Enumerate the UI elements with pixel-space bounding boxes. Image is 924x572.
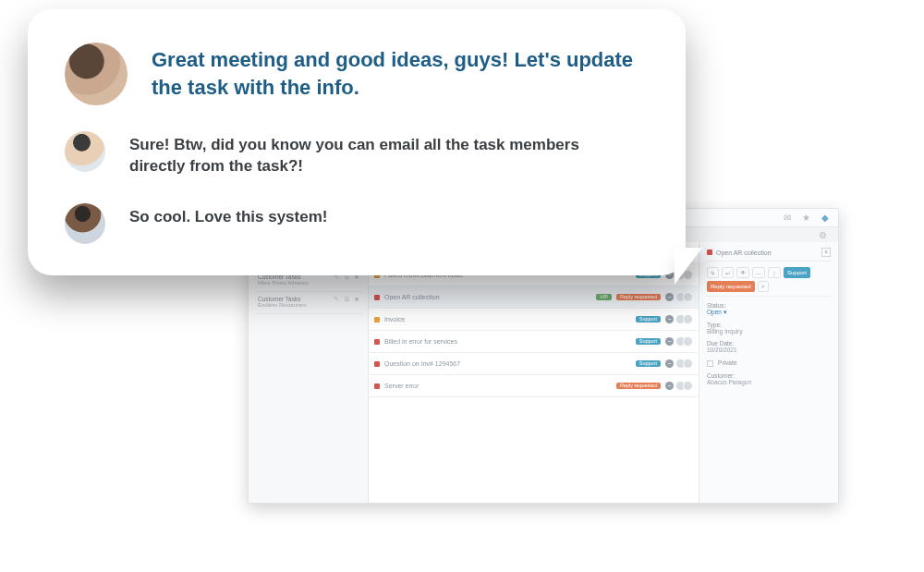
priority-swatch xyxy=(374,383,380,389)
task-row[interactable]: Billed in error for servicesSupport− xyxy=(369,331,699,353)
task-row[interactable]: Server errorReply requested− xyxy=(369,375,699,397)
customer-value: Abacus Paragon xyxy=(707,379,831,385)
priority-swatch xyxy=(374,361,380,367)
detail-title: Open AR collection xyxy=(716,249,772,256)
chat-text: Sure! Btw, did you know you can email al… xyxy=(129,131,628,177)
task-row[interactable]: Open AR collectionVIPReply requested− xyxy=(369,286,699,309)
avatar xyxy=(683,336,693,347)
task-tag: Support xyxy=(636,360,661,368)
task-detail-panel: Open AR collection × ✎ ↩ 👁 ⋯ ⋮ Support R… xyxy=(699,242,838,503)
avatar xyxy=(683,292,693,302)
chat-bubble: Great meeting and good ideas, guys! Let'… xyxy=(28,9,686,275)
chevron-down-icon: ▾ xyxy=(723,309,727,315)
avatar xyxy=(683,381,693,391)
customer-label: Customer: xyxy=(707,372,831,379)
assignees xyxy=(678,336,693,347)
chat-text: Great meeting and good ideas, guys! Let'… xyxy=(152,43,645,101)
due-label: Due Date: xyxy=(707,340,831,347)
assignees xyxy=(678,314,693,324)
list-item-actions[interactable]: ✎ ⧉ ■ xyxy=(334,296,360,303)
avatar xyxy=(683,359,693,369)
more-icon[interactable]: ⋯ xyxy=(752,267,765,278)
task-tag: Support xyxy=(636,338,661,346)
task-name: Open AR collection xyxy=(384,294,591,300)
collapse-icon[interactable]: − xyxy=(665,293,674,301)
status-label: Status: xyxy=(707,302,831,309)
menu-icon[interactable]: ⋮ xyxy=(768,267,781,278)
eye-icon[interactable]: 👁 xyxy=(736,267,749,278)
avatar xyxy=(65,43,128,105)
collapse-icon[interactable]: − xyxy=(665,359,674,368)
assignees xyxy=(678,381,693,391)
task-tag: Support xyxy=(636,316,661,323)
private-label: Private xyxy=(718,359,736,366)
tag-remove-icon[interactable]: × xyxy=(758,281,769,292)
task-name: Invoice xyxy=(384,316,631,323)
task-name: Server error xyxy=(384,383,612,389)
avatar xyxy=(65,131,105,172)
task-name: Billed in error for services xyxy=(384,338,631,345)
status-pill-support[interactable]: Support xyxy=(784,267,810,278)
collapse-icon[interactable]: − xyxy=(665,382,674,390)
list-item[interactable]: ✎ ⧉ ■ Customer Tasks Endless Restaurant xyxy=(256,292,362,314)
task-tag: Reply requested xyxy=(616,294,661,301)
assignees xyxy=(678,292,693,302)
collapse-icon[interactable]: − xyxy=(665,315,674,323)
chat-message: So cool. Love this system! xyxy=(65,203,645,244)
gear-icon[interactable]: ⚙ xyxy=(819,230,827,240)
chat-message: Great meeting and good ideas, guys! Let'… xyxy=(65,43,645,105)
status-value[interactable]: Open ▾ xyxy=(707,309,831,316)
chat-text: So cool. Love this system! xyxy=(129,203,327,228)
collapse-icon[interactable]: − xyxy=(665,337,674,346)
avatar xyxy=(65,203,105,244)
type-label: Type: xyxy=(707,322,831,328)
assignees xyxy=(678,359,693,369)
pencil-icon[interactable]: ✎ xyxy=(707,267,719,278)
priority-swatch xyxy=(374,339,380,345)
checkbox-icon[interactable] xyxy=(707,360,713,367)
task-tag: VIP xyxy=(596,294,612,301)
status-pill-reply[interactable]: Reply requested xyxy=(707,281,755,292)
app-logo-icon: ◆ xyxy=(821,213,829,223)
type-value: Billing Inquiry xyxy=(707,328,831,335)
task-row[interactable]: Question on Inv# 1294567Support− xyxy=(369,353,699,375)
detail-toolbar: ✎ ↩ 👁 ⋯ ⋮ Support Reply requested × xyxy=(707,267,831,297)
mail-icon[interactable]: ✉ xyxy=(784,213,791,223)
task-tag: Reply requested xyxy=(616,383,661,390)
tasks-column: User discrepancySupport−Failed credit pa… xyxy=(369,242,699,503)
star-icon[interactable]: ★ xyxy=(802,213,810,223)
task-name: Question on Inv# 1294567 xyxy=(384,360,631,367)
due-value: 10/20/2021 xyxy=(707,347,831,353)
reply-icon[interactable]: ↩ xyxy=(722,267,734,278)
task-row[interactable]: InvoiceSupport− xyxy=(369,309,699,331)
chat-message: Sure! Btw, did you know you can email al… xyxy=(65,131,645,177)
task-list-column: ✎ ⧉ ■ Customer Tasks Abacus Paragon ✎ ⧉ … xyxy=(249,242,369,503)
priority-swatch xyxy=(374,295,380,300)
priority-swatch xyxy=(707,249,712,255)
avatar xyxy=(683,314,693,324)
chat-bubble-tail xyxy=(675,248,702,285)
priority-swatch xyxy=(374,317,380,323)
private-checkbox[interactable]: Private xyxy=(707,359,831,367)
close-icon[interactable]: × xyxy=(821,248,831,257)
